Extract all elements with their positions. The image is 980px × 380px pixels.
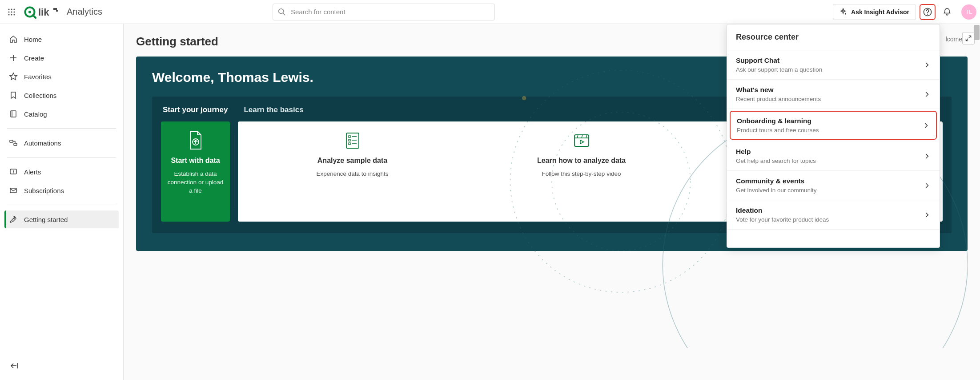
nav-label: Favorites [24,73,52,81]
expand-welcome-button[interactable] [962,32,975,44]
qlik-logo-icon: lik [24,5,59,19]
nav-separator [7,128,116,129]
expand-icon [965,35,972,42]
nav-label: Subscriptions [24,187,64,194]
resource-item-desc: Recent product announcements [736,96,821,102]
card-title: Start with data [171,156,220,166]
search-icon [278,8,286,16]
resource-item-desc: Vote for your favorite product ideas [736,216,829,223]
collapse-sidebar-button[interactable] [6,358,22,374]
resource-center-popover: Resource center Support ChatAsk our supp… [727,24,940,248]
svg-rect-56 [55,8,57,10]
list-icon [341,129,364,152]
resource-item-title: Onboarding & learning [737,117,819,125]
automation-icon [9,138,18,147]
svg-text:lik: lik [38,7,49,18]
user-avatar[interactable]: TL [961,4,976,20]
resource-item-title: Help [736,148,816,156]
nav-create[interactable]: Create [4,49,119,67]
nav-collections[interactable]: Collections [4,86,119,104]
card-desc: Establish a data connection or upload a … [166,170,225,195]
bookmark-icon [9,91,18,100]
search-input[interactable] [273,4,495,20]
nav-label: Home [24,36,42,43]
chevron-right-icon [924,153,931,160]
file-upload-icon [184,129,207,152]
notifications-button[interactable] [939,4,955,20]
chevron-right-icon [923,122,930,129]
nav-label: Alerts [24,168,41,176]
svg-rect-55 [53,8,55,10]
svg-point-52 [28,11,31,13]
book-icon [9,109,18,118]
qlik-logo[interactable]: lik [24,5,59,19]
resource-item-ideation[interactable]: IdeationVote for your favorite product i… [727,200,940,230]
nav-label: Collections [24,92,56,99]
card-title: Learn how to analyze data [537,156,626,166]
collapse-icon [10,361,19,370]
resource-item-onboarding-learning[interactable]: Onboarding & learningProduct tours and f… [730,111,937,140]
bell-icon [943,8,952,16]
resource-center-title: Resource center [727,24,940,50]
nav-separator [7,205,116,205]
chevron-right-icon [924,182,931,189]
nav-home[interactable]: Home [4,30,119,48]
sidebar: Home Create Favorites Collections Catalo… [0,24,124,380]
rocket-icon [9,215,18,224]
alert-icon [9,167,18,176]
scrollbar-thumb[interactable] [974,25,980,40]
nav-favorites[interactable]: Favorites [4,68,119,85]
star-icon [9,72,18,81]
resource-item-desc: Product tours and free courses [737,127,819,133]
resource-item-support-chat[interactable]: Support ChatAsk our support team a quest… [727,50,940,80]
resource-item-title: Support Chat [736,57,822,65]
tab-learn-basics[interactable]: Learn the basics [244,105,303,114]
chevron-right-icon [924,61,931,69]
apps-grid-icon [8,8,16,16]
search-wrap [273,4,495,20]
resource-item-desc: Get involved in our community [736,187,817,194]
ask-label: Ask Insight Advisor [851,8,909,16]
help-button[interactable] [920,4,936,20]
resource-item-what-s-new[interactable]: What's newRecent product announcements [727,80,940,109]
nav-alerts[interactable]: Alerts [4,163,119,181]
resource-item-community-events[interactable]: Community & eventsGet involved in our co… [727,171,940,200]
resource-item-desc: Ask our support team a question [736,66,822,73]
top-header: lik Analytics Ask Insight Advisor TL [0,0,980,24]
video-icon [570,129,593,152]
nav-label: Catalog [24,110,47,118]
nav-subscriptions[interactable]: Subscriptions [4,182,119,199]
welcome-truncated: lcome [946,36,962,43]
resource-item-title: Ideation [736,206,829,214]
app-name: Analytics [67,7,102,17]
nav-label: Automations [24,139,61,147]
nav-getting-started[interactable]: Getting started [4,210,119,228]
header-right-tools: Ask Insight Advisor TL [833,4,976,20]
card-learn-analyze[interactable]: Learn how to analyze data Follow this st… [467,121,696,222]
nav-label: Getting started [24,216,68,223]
avatar-initials: TL [965,8,972,15]
ask-insight-advisor-button[interactable]: Ask Insight Advisor [833,4,916,20]
svg-line-53 [33,15,36,18]
app-launcher-button[interactable] [4,4,20,20]
svg-rect-57 [56,10,58,12]
nav-label: Create [24,54,44,62]
card-desc: Experience data to insights [316,170,388,178]
resource-item-title: What's new [736,86,821,94]
home-icon [9,35,18,44]
card-start-with-data[interactable]: Start with data Establish a data connect… [161,121,230,222]
sparkle-icon [839,8,847,16]
chevron-right-icon [924,211,931,218]
plus-icon [9,53,18,62]
nav-separator [7,157,116,158]
nav-automations[interactable]: Automations [4,134,119,152]
tab-start-journey[interactable]: Start your journey [163,105,228,114]
card-desc: Follow this step-by-step video [542,170,621,178]
app-body: Home Create Favorites Collections Catalo… [0,24,980,380]
card-analyze-sample[interactable]: Analyze sample data Experience data to i… [238,121,467,222]
resource-item-desc: Get help and search for topics [736,158,816,164]
resource-item-help[interactable]: HelpGet help and search for topics [727,141,940,171]
card-title: Analyze sample data [317,156,387,166]
nav-catalog[interactable]: Catalog [4,105,119,123]
scrollbar[interactable] [973,24,980,380]
